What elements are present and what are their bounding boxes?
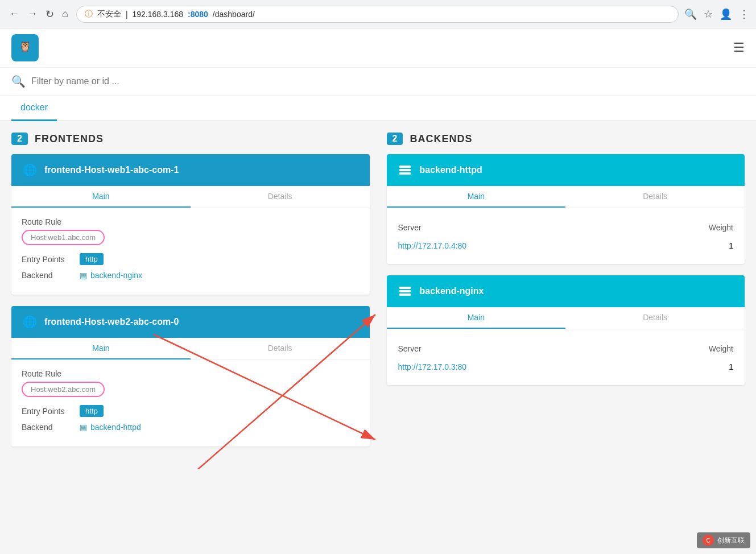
search-bar: 🔍 [0,68,756,96]
frontend-2-tabs: Main Details [11,338,370,360]
backend-link-icon-2: ▤ [80,423,87,432]
server-col-header-1: Server [398,218,644,237]
browser-chrome: ← → ↻ ⌂ ⓘ 不安全 | 192.168.3.168:8080/dashb… [0,0,756,28]
forward-button[interactable]: → [25,6,40,22]
hamburger-menu[interactable]: ☰ [733,40,745,55]
frontend-1-name: frontend-Host-web1-abc-com-1 [44,165,179,175]
reload-button[interactable]: ↻ [43,6,56,23]
watermark-icon: C [703,535,714,546]
browser-menu-icon[interactable]: ⋮ [739,8,749,20]
frontend-2-backend-row: Backend ▤ backend-httpd [22,423,360,432]
frontend-1-http-badge: http [80,253,104,265]
server-icon-nginx [397,283,413,299]
frontend-1-body: Route Rule Host:web1.abc.com Entry Point… [11,208,370,295]
backend-httpd-weight: 1 [645,238,733,254]
backend-nginx-body: Server Weight http://172.17.0.3:80 1 [387,329,745,385]
backend-httpd-tab-details[interactable]: Details [565,186,745,208]
frontends-header: 2 FRONTENDS [11,133,370,145]
logo-area: 🦉 [11,34,39,61]
search-input[interactable] [31,76,202,86]
frontend-2-tab-details[interactable]: Details [191,338,370,359]
frontend-1-tab-main[interactable]: Main [11,186,191,208]
frontends-title: FRONTENDS [35,133,104,145]
svg-rect-7 [399,172,411,175]
browser-star-icon[interactable]: ☆ [704,8,713,20]
browser-actions: 🔍 ☆ 👤 ⋮ [684,8,749,20]
frontend-1-backend-row: Backend ▤ backend-nginx [22,271,360,280]
nav-buttons: ← → ↻ ⌂ [7,6,71,23]
frontend-card-1: 🌐 frontend-Host-web1-abc-com-1 Main Deta… [11,154,370,295]
frontend-1-entry-points-row: Entry Points http [22,253,360,265]
url-path: /dashboard/ [213,10,255,19]
frontend-2-entry-points-label: Entry Points [22,407,73,416]
globe-icon-2: 🌐 [22,314,38,330]
url-port: :8080 [188,10,208,19]
backend-card-httpd: backend-httpd Main Details Server Weight [387,154,745,264]
svg-rect-10 [399,293,411,296]
backends-count: 2 [387,133,403,145]
backend-httpd-header[interactable]: backend-httpd [387,154,745,186]
backend-nginx-header[interactable]: backend-nginx [387,275,745,307]
frontend-2-header[interactable]: 🌐 frontend-Host-web2-abc-com-0 [11,306,370,338]
app-logo: 🦉 [11,34,39,61]
server-icon-httpd [397,162,413,178]
svg-rect-8 [399,287,411,289]
tab-bar: docker [0,96,756,121]
frontend-2-entry-points-row: Entry Points http [22,405,360,417]
backend-nginx-tabs: Main Details [387,307,745,329]
frontend-2-backend-name: backend-httpd [90,423,141,432]
frontend-1-tab-details[interactable]: Details [191,186,370,208]
url-separator: | [126,10,128,19]
frontend-1-route-rule: Host:web1.abc.com [22,230,105,245]
backend-httpd-tab-main[interactable]: Main [387,186,566,208]
browser-account-icon[interactable]: 👤 [720,8,732,20]
frontend-2-backend-link[interactable]: ▤ backend-httpd [80,423,141,432]
tab-docker[interactable]: docker [11,96,57,121]
weight-col-header-2: Weight [645,340,733,358]
frontend-2-route-label: Route Rule [22,369,360,378]
backend-link-icon-1: ▤ [80,271,87,280]
backend-nginx-name: backend-nginx [420,286,484,296]
weight-col-header-1: Weight [645,218,733,237]
insecure-label: 不安全 [97,9,121,19]
frontend-1-backend-link[interactable]: ▤ backend-nginx [80,271,142,280]
frontend-1-header[interactable]: 🌐 frontend-Host-web1-abc-com-1 [11,154,370,186]
frontend-1-backend-label: Backend [22,271,73,280]
backend-nginx-server-url[interactable]: http://172.17.0.3:80 [398,362,467,371]
insecure-icon: ⓘ [85,9,93,19]
backends-column: 2 BACKENDS backend-httpd Main Details [387,133,745,458]
frontends-column: 2 FRONTENDS 🌐 frontend-Host-web1-abc-com… [11,133,370,458]
watermark-text: 创新互联 [717,536,745,545]
address-bar[interactable]: ⓘ 不安全 | 192.168.3.168:8080/dashboard/ [76,6,679,23]
svg-rect-9 [399,290,411,292]
frontend-2-http-badge: http [80,405,104,417]
browser-search-icon[interactable]: 🔍 [684,8,697,20]
server-col-header-2: Server [398,340,644,358]
svg-rect-6 [399,169,411,171]
app-header: 🦉 ☰ [0,28,756,68]
back-button[interactable]: ← [7,6,22,22]
home-button[interactable]: ⌂ [60,6,71,22]
backend-nginx-tab-details[interactable]: Details [565,307,745,329]
watermark: C 创新互联 [697,532,750,548]
svg-rect-5 [399,166,411,168]
backend-nginx-weight: 1 [645,359,733,375]
frontend-card-2: 🌐 frontend-Host-web2-abc-com-0 Main Deta… [11,306,370,446]
frontend-2-body: Route Rule Host:web2.abc.com Entry Point… [11,360,370,446]
backend-httpd-table: Server Weight http://172.17.0.4:80 1 [397,217,735,255]
backends-header: 2 BACKENDS [387,133,745,145]
frontend-1-backend-name: backend-nginx [90,271,142,280]
backend-card-nginx: backend-nginx Main Details Server Weight [387,275,745,385]
frontend-1-route-label: Route Rule [22,217,360,226]
frontend-2-tab-main[interactable]: Main [11,338,191,359]
backend-nginx-table: Server Weight http://172.17.0.3:80 1 [397,338,735,376]
frontend-2-backend-label: Backend [22,423,73,432]
backend-httpd-server-url[interactable]: http://172.17.0.4:80 [398,241,467,250]
frontend-2-route-rule: Host:web2.abc.com [22,382,105,397]
backends-title: BACKENDS [410,133,472,145]
url-host: 192.168.3.168 [133,10,184,19]
backend-nginx-tab-main[interactable]: Main [387,307,566,329]
backend-httpd-name: backend-httpd [420,165,482,175]
frontend-1-entry-points-label: Entry Points [22,255,73,264]
backend-httpd-body: Server Weight http://172.17.0.4:80 1 [387,208,745,264]
